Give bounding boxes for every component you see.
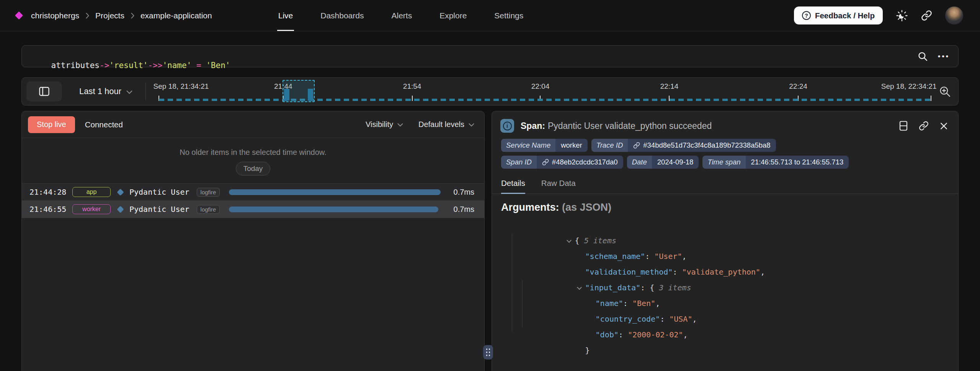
collapse-caret-icon[interactable] [578,280,585,296]
metadata-label: Trace ID [591,139,628,152]
breadcrumb-project-name[interactable]: example-application [140,11,212,20]
grip-dots-icon [486,348,490,356]
divider [145,83,146,100]
details-tabs: Details Raw Data [492,172,958,194]
metadata-label: Service Name [501,139,555,152]
metadata-chip[interactable]: Date 2024-09-18 [627,156,699,169]
default-levels-dropdown[interactable]: Default levels [418,120,474,129]
json-token: { [650,283,659,292]
metadata-chip[interactable]: Trace ID #34bd8e51d73c3f4c8a189b72338a5b… [591,139,776,152]
environment-badge[interactable]: worker [72,204,111,214]
json-tokens: { 5 items [575,236,616,245]
nav-tab[interactable]: Live [277,0,294,31]
duration-label: 0.7ms [448,188,484,197]
scope-badge[interactable]: logfire [197,205,220,214]
duration-bar[interactable] [229,207,438,212]
zoom-in-icon [939,85,951,98]
breadcrumb: christophergs Projects example-applicati… [14,0,212,31]
details-tab[interactable]: Details [501,179,525,194]
json-token: "country_code" [596,314,660,324]
query-input[interactable]: attributes->'result'->>'name' = 'Ben' [32,42,918,70]
json-token: "validate_python" [682,267,760,277]
span-title-text: Pydantic User validate_python succeeded [548,121,712,131]
timeline-baseline [159,99,931,101]
log-row[interactable]: 21:46:55 worker Pydantic User logfire 0.… [22,201,484,218]
arguments-json-view: Arguments: (as JSON) { 5 items "schema_n… [492,194,958,343]
json-token: "2000-02-02" [628,330,683,339]
topbar: christophergs Projects example-applicati… [0,0,980,31]
metadata-chip[interactable]: Service Name worker [501,139,588,152]
json-tokens: "country_code": "USA", [596,314,697,324]
nav-tab[interactable]: Settings [493,0,524,31]
collapse-caret-icon[interactable] [567,233,575,249]
metadata-row: Service Name worker Trace ID [501,139,949,152]
chevron-down-icon [126,90,132,94]
search-icon[interactable] [918,51,928,62]
scope-badge[interactable]: logfire [197,188,220,197]
link-icon [633,142,640,149]
timeline-bar: Last 1 hour Sep 18, 21:34:21 21:44 [21,77,959,106]
query-bar[interactable]: attributes->'result'->>'name' = 'Ben' ••… [21,45,959,67]
zoom-in-button[interactable] [939,85,951,98]
theme-toggle-button[interactable] [896,10,908,22]
chevron-down-icon [397,123,403,127]
empty-notice: No older items in the selected time wind… [22,138,484,184]
split-view-button[interactable] [899,121,908,131]
environment-badge[interactable]: app [72,187,111,197]
nav-tab[interactable]: Alerts [390,0,413,31]
timeline-chart[interactable]: Sep 18, 21:34:21 21:44 21:54 22: [159,78,931,105]
json-token: : [619,330,628,339]
share-link-button[interactable] [921,10,932,21]
feedback-help-button[interactable]: ? Feedback / Help [794,7,883,24]
metadata-chip[interactable]: Span ID #48eb2cdcdc317da0 [501,156,623,169]
breadcrumb-projects[interactable]: Projects [95,11,124,20]
nav-tab[interactable]: Dashboards [319,0,365,31]
histogram-bar [308,89,313,101]
sidebar-toggle-button[interactable] [26,81,62,101]
log-timestamp: 21:46:55 [29,205,72,214]
more-menu-button[interactable]: ••• [938,52,950,60]
link-icon [919,121,929,131]
json-token: : [645,252,654,261]
duration-bar-track [229,207,441,212]
main-content: Stop live Connected Visibility Default l… [21,111,959,371]
nav-tab[interactable]: Explore [438,0,468,31]
avatar[interactable] [945,7,963,24]
json-token: "schema_name" [585,252,645,261]
logfire-logo-icon[interactable] [15,11,23,20]
timeline-selection[interactable] [283,80,315,102]
span-metadata: Service Name worker Trace ID [492,139,958,169]
live-view-panel: Stop live Connected Visibility Default l… [21,111,485,371]
log-row[interactable]: 21:44:28 app Pydantic User logfire 0.7ms [22,184,484,201]
query-token: ->> [148,61,162,70]
metadata-label: Date [627,156,652,169]
query-token: 'name' [162,61,191,70]
metadata-value: 2024-09-18 [652,156,699,169]
timeline-tick-label: 22:24 [789,82,807,91]
histogram-bar [284,89,289,101]
arguments-heading: Arguments: (as JSON) [501,202,949,213]
breadcrumb-org[interactable]: christophergs [31,11,79,20]
live-view-header: Stop live Connected Visibility Default l… [22,111,484,138]
log-timestamp: 21:44:28 [29,187,72,197]
question-circle-icon: ? [802,11,811,20]
close-panel-button[interactable] [939,122,948,130]
json-token: "USA" [669,314,692,324]
details-tab[interactable]: Raw Data [541,179,576,194]
panel-left-icon [39,87,49,96]
feedback-help-label: Feedback / Help [815,11,875,20]
stop-live-button[interactable]: Stop live [28,116,75,133]
timeline-tick-label: Sep 18, 22:34:21 [881,82,937,91]
today-button[interactable]: Today [236,162,271,176]
panel-splitter[interactable] [483,345,493,360]
visibility-dropdown[interactable]: Visibility [366,120,403,129]
info-icon: i [500,119,514,133]
json-tokens: "name": "Ben", [596,299,660,308]
time-range-dropdown[interactable]: Last 1 hour [79,86,132,96]
copy-link-button[interactable] [919,121,929,131]
link-icon [542,159,549,166]
main-nav: Live Dashboards Alerts Explore Settings [277,0,525,31]
duration-bar[interactable] [229,189,441,195]
metadata-chip[interactable]: Time span 21:46:55.713 to 21:46:55.713 [702,156,849,169]
connection-status: Connected [85,120,123,129]
